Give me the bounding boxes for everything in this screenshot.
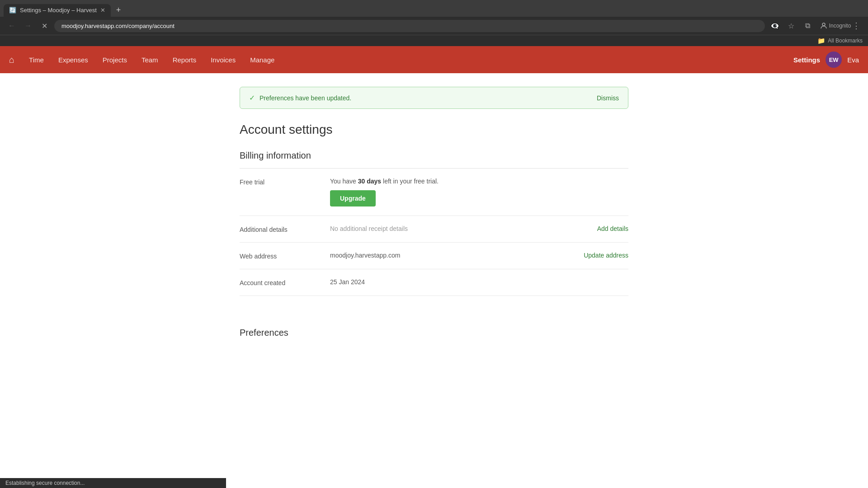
address-bar[interactable] [54,20,765,32]
browser-toolbar: 👁‍🗨 ☆ ⧉ Incognito ⋮ [769,19,863,32]
free-trial-label: Free trial [240,178,330,186]
active-tab[interactable]: 🔄 Settings – Moodjoy – Harvest ✕ [4,4,111,17]
app-nav: ⌂ Time Expenses Projects Team Reports In… [0,46,868,73]
billing-section-title: Billing information [240,150,628,161]
bookmarks-folder-icon: 📁 [817,37,825,44]
split-view-icon[interactable]: ⧉ [801,19,814,32]
nav-expenses[interactable]: Expenses [51,46,95,73]
additional-details-action: Add details [597,225,628,232]
billing-row-web-address: Web address moodjoy.harvestapp.com Updat… [240,243,628,269]
account-created-value: 25 Jan 2024 [330,278,628,286]
success-banner-content: ✓ Preferences have been updated. [249,94,351,102]
success-banner: ✓ Preferences have been updated. Dismiss [240,87,628,109]
incognito-label: Incognito [834,19,846,32]
forward-button[interactable]: → [22,19,34,32]
svg-point-0 [822,23,825,26]
tab-close-button[interactable]: ✕ [100,7,105,14]
tab-favicon: 🔄 [9,7,16,14]
nav-settings-link[interactable]: Settings [793,56,820,64]
billing-row-free-trial: Free trial You have 30 days left in your… [240,169,628,216]
page-title: Account settings [240,122,628,137]
nav-items: Time Expenses Projects Team Reports Invo… [22,46,282,73]
dismiss-button[interactable]: Dismiss [597,94,619,102]
billing-row-account-created: Account created 25 Jan 2024 [240,269,628,296]
free-trial-value: You have 30 days left in your free trial… [330,178,628,206]
home-icon[interactable]: ⌂ [9,55,14,65]
bookmark-star-icon[interactable]: ☆ [785,19,797,32]
back-button[interactable]: ← [5,19,18,32]
browser-controls: ← → ✕ 👁‍🗨 ☆ ⧉ Incognito ⋮ [0,17,868,35]
additional-details-label: Additional details [240,225,330,233]
spacer [240,296,628,314]
web-address-label: Web address [240,252,330,260]
main-content: ✓ Preferences have been updated. Dismiss… [231,73,637,352]
nav-reports[interactable]: Reports [165,46,204,73]
nav-username[interactable]: Eva [847,56,859,64]
update-address-link[interactable]: Update address [584,252,628,259]
browser-window: 🔄 Settings – Moodjoy – Harvest ✕ + ← → ✕… [0,0,868,46]
incognito-icon [817,19,830,32]
bookmarks-bar: 📁 All Bookmarks [0,35,868,46]
add-details-link[interactable]: Add details [597,225,628,232]
menu-button[interactable]: ⋮ [850,19,863,32]
web-address-action: Update address [584,252,628,259]
tab-title: Settings – Moodjoy – Harvest [20,7,97,14]
nav-invoices[interactable]: Invoices [203,46,243,73]
success-message: Preferences have been updated. [259,94,351,102]
user-avatar[interactable]: EW [826,52,842,68]
billing-row-additional-details: Additional details No additional receipt… [240,216,628,243]
days-remaining: 30 days [358,178,381,185]
nav-manage[interactable]: Manage [243,46,282,73]
nav-projects[interactable]: Projects [95,46,134,73]
web-address-value: moodjoy.harvestapp.com [330,252,584,259]
success-check-icon: ✓ [249,94,255,102]
nav-time[interactable]: Time [22,46,51,73]
upgrade-button[interactable]: Upgrade [330,190,376,206]
account-created-label: Account created [240,278,330,286]
visibility-off-icon[interactable]: 👁‍🗨 [769,19,781,32]
new-tab-button[interactable]: + [113,4,125,17]
nav-right: Settings EW Eva [793,52,859,68]
additional-details-value: No additional receipt details [330,225,597,232]
nav-team[interactable]: Team [134,46,165,73]
bookmarks-label[interactable]: All Bookmarks [828,38,863,44]
reload-button[interactable]: ✕ [38,19,51,32]
free-trial-text: You have 30 days left in your free trial… [330,178,628,185]
browser-tab-bar: 🔄 Settings – Moodjoy – Harvest ✕ + [0,0,868,17]
preferences-section-title: Preferences [240,328,628,338]
